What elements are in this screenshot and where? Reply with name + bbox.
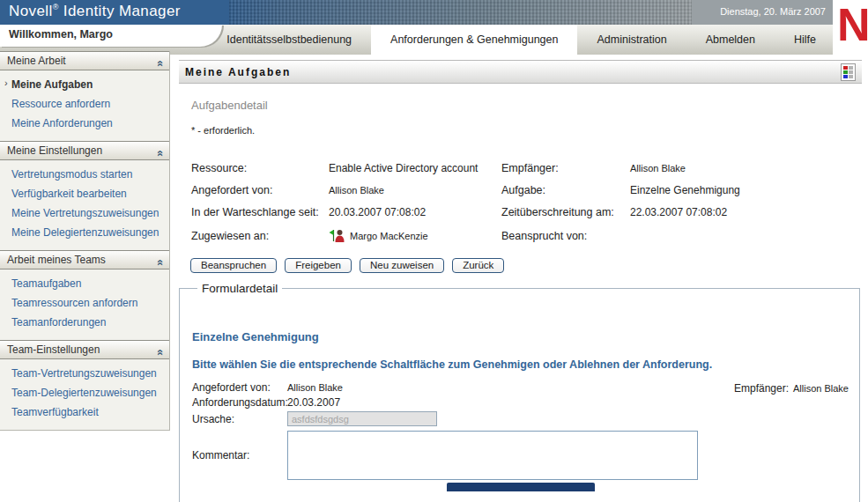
collapse-icon[interactable]: « <box>151 349 168 355</box>
sidebar-item-verfuegbarkeit-bearbeiten[interactable]: Verfügbarkeit bearbeiten <box>0 184 169 203</box>
detail-value: Allison Blake <box>630 163 862 173</box>
sidebar-section-header: Team-Einstellungen « <box>0 340 169 359</box>
page-title: Meine Aufgaben <box>185 66 291 78</box>
sidebar-section-title: Meine Arbeit <box>7 55 66 67</box>
collapse-icon[interactable]: « <box>151 60 168 66</box>
detail-value: 20.03.2007 07:08:02 <box>329 206 501 218</box>
tab-hilfe[interactable]: Hilfe <box>775 25 835 55</box>
sidebar-item-teamverfuegbarkeit[interactable]: Teamverfügbarkeit <box>0 402 169 422</box>
neu-zuweisen-button[interactable]: Neu zuweisen <box>360 258 444 273</box>
form-row-reason: Ursache: <box>192 411 849 426</box>
detail-value: Allison Blake <box>329 185 501 196</box>
sidebar-item-label: Meine Aufgaben <box>11 78 93 91</box>
detail-value: 22.03.2007 07:08:02 <box>630 206 862 218</box>
sidebar-item-meine-vertretungszuweisungen[interactable]: Meine Vertretungszuweisungen <box>0 203 169 223</box>
detail-value: Einzelne Genehmigung <box>630 184 862 196</box>
form-instruction: Bitte wählen Sie die entsprechende Schal… <box>192 358 849 371</box>
sidebar-item-label: Verfügbarkeit bearbeiten <box>11 188 127 200</box>
task-details: Ressource: Enable Active Directory accou… <box>191 162 862 244</box>
form-row-requested-by: Angefordert von: Allison Blake Empfänger… <box>192 381 849 394</box>
novell-logo: N <box>833 0 868 55</box>
sidebar-item-label: Team-Delegiertenzuweisungen <box>11 387 157 399</box>
detail-label: Ressource: <box>191 162 329 174</box>
sidebar-item-teamressourcen-anfordern[interactable]: Teamressourcen anfordern <box>0 293 169 313</box>
field-label: Anforderungsdatum: <box>192 396 287 409</box>
sidebar-item-meine-anforderungen[interactable]: Meine Anforderungen <box>0 114 169 133</box>
sidebar-section-header: Arbeit meines Teams « <box>0 250 169 269</box>
title-bar: Novell® Identity Manager Dienstag, 20. M… <box>0 0 868 25</box>
form-fields: Angefordert von: Allison Blake Empfänger… <box>192 381 849 480</box>
titlebar-texture <box>229 0 692 25</box>
sidebar-item-teamanforderungen[interactable]: Teamanforderungen <box>0 313 169 332</box>
sidebar-section-meine-einstellungen: Meine Einstellungen « Vertretungsmodus s… <box>0 141 169 250</box>
detail-value: Enable Active Directory account <box>329 162 501 174</box>
main-panel: Meine Aufgaben Aufgabendetail * - erford… <box>179 60 862 502</box>
sidebar-item-team-delegiertenzuweisungen[interactable]: Team-Delegiertenzuweisungen <box>0 383 169 402</box>
required-note: * - erforderlich. <box>191 125 862 136</box>
detail-label: Aufgabe: <box>501 184 630 196</box>
tab-abmelden[interactable]: Abmelden <box>686 25 775 55</box>
detail-value: Margo MacKenzie <box>350 231 428 241</box>
sidebar-item-team-vertretungszuweisungen[interactable]: Team-Vertretungszuweisungen <box>0 364 169 383</box>
detail-label: Angefordert von: <box>191 184 329 196</box>
field-value: Allison Blake <box>793 383 849 394</box>
sidebar-item-meine-delegiertenzuweisungen[interactable]: Meine Delegiertenzuweisungen <box>0 223 169 242</box>
sidebar-item-teamaufgaben[interactable]: Teamaufgaben <box>0 274 169 293</box>
submit-button-partial[interactable] <box>447 483 595 491</box>
detail-label: In der Warteschlange seit: <box>191 206 329 218</box>
field-label: Angefordert von: <box>192 381 287 394</box>
sidebar-item-label: Team-Vertretungszuweisungen <box>11 367 157 380</box>
sidebar-section-arbeit-meines-teams: Arbeit meines Teams « Teamaufgaben Teamr… <box>0 250 169 340</box>
sidebar-item-meine-aufgaben[interactable]: ›Meine Aufgaben <box>0 75 169 94</box>
tab-administration[interactable]: Administration <box>577 25 686 55</box>
main-tabs: Identitätsselbstbedienung Anforderungen … <box>207 25 835 55</box>
field-label: Kommentar: <box>192 449 287 461</box>
current-item-arrow-icon: › <box>4 78 8 88</box>
form-heading: Einzelne Genehmigung <box>192 330 849 343</box>
sidebar-item-label: Teamverfügbarkeit <box>11 406 99 418</box>
user-flag-icon <box>329 228 346 244</box>
app-title: Novell® Identity Manager <box>9 3 181 20</box>
sidebar-item-ressource-anfordern[interactable]: Ressource anfordern <box>0 94 169 114</box>
field-value: 20.03.2007 <box>287 396 340 409</box>
sidebar-item-label: Vertretungsmodus starten <box>11 168 132 181</box>
field-value: Allison Blake <box>287 382 343 393</box>
form-row-request-date: Anforderungsdatum: 20.03.2007 <box>192 396 849 409</box>
zurueck-button[interactable]: Zurück <box>452 258 504 273</box>
beanspruchen-button[interactable]: Beanspruchen <box>190 258 277 273</box>
sidebar-item-label: Ressource anfordern <box>11 98 110 110</box>
field-label: Empfänger: <box>734 382 789 395</box>
freigeben-button[interactable]: Freigeben <box>285 258 352 273</box>
action-buttons: Beanspruchen Freigeben Neu zuweisen Zurü… <box>190 258 862 273</box>
sidebar: Meine Arbeit « ›Meine Aufgaben Ressource… <box>0 51 170 431</box>
assignee-value: Margo MacKenzie <box>329 228 501 244</box>
field-label: Ursache: <box>192 413 287 425</box>
sidebar-item-label: Meine Delegiertenzuweisungen <box>11 226 159 239</box>
tab-anforderungen-genehmigungen[interactable]: Anforderungen & Genehmigungen <box>371 25 577 55</box>
form-detail-fieldset: Formulardetail Einzelne Genehmigung Bitt… <box>179 282 860 502</box>
comment-textarea[interactable] <box>287 431 698 480</box>
welcome-text: Willkommen, Margo <box>9 28 113 41</box>
fieldset-legend: Formulardetail <box>197 282 282 295</box>
tab-bar: Willkommen, Margo Identitätsselbstbedien… <box>0 25 868 55</box>
detail-label: Zugewiesen an: <box>191 230 329 242</box>
sidebar-section-header: Meine Einstellungen « <box>0 141 169 160</box>
portlet-menu-icon[interactable] <box>841 63 856 81</box>
detail-label: Zeitüberschreitung am: <box>501 206 630 218</box>
sidebar-item-vertretungsmodus-starten[interactable]: Vertretungsmodus starten <box>0 165 169 184</box>
detail-label: Empfänger: <box>501 162 630 174</box>
section-subtitle: Aufgabendetail <box>191 99 862 112</box>
sidebar-item-label: Teamaufgaben <box>11 277 81 290</box>
collapse-icon[interactable]: « <box>151 150 168 156</box>
sidebar-section-title: Meine Einstellungen <box>7 144 102 157</box>
sidebar-section-meine-arbeit: Meine Arbeit « ›Meine Aufgaben Ressource… <box>0 51 169 141</box>
form-recipient: Empfänger:Allison Blake <box>734 382 849 395</box>
collapse-icon[interactable]: « <box>151 259 168 265</box>
sidebar-item-label: Teamressourcen anfordern <box>11 297 137 309</box>
detail-label: Beansprucht von: <box>501 230 630 242</box>
sidebar-section-header: Meine Arbeit « <box>0 51 169 70</box>
sidebar-section-title: Team-Einstellungen <box>7 343 100 356</box>
sidebar-item-label: Teamanforderungen <box>11 316 106 329</box>
tab-identitaetsselbstbedienung[interactable]: Identitätsselbstbedienung <box>207 25 371 55</box>
sidebar-section-team-einstellungen: Team-Einstellungen « Team-Vertretungszuw… <box>0 340 169 430</box>
